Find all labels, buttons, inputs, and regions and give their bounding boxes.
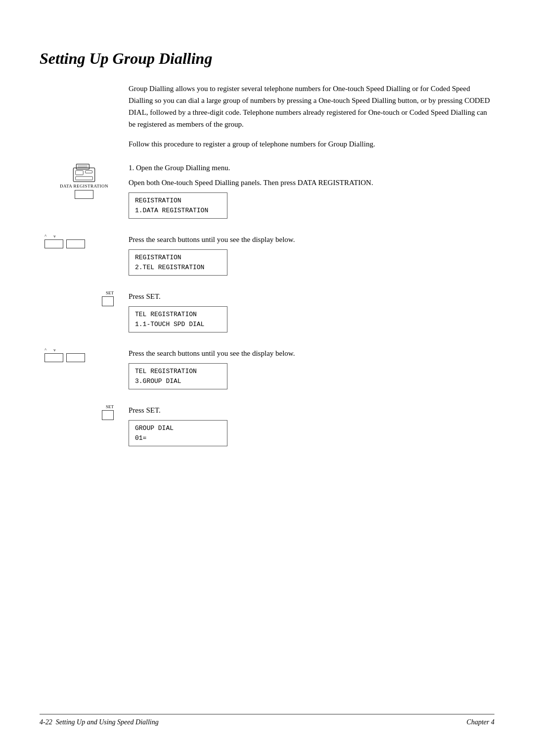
footer-section-title: Setting Up and Using Speed Dialling xyxy=(56,718,159,726)
lcd-display-5: GROUP DIAL 01= xyxy=(129,420,227,446)
press-search-2-text: Press the search buttons until you see t… xyxy=(129,347,494,359)
set-button-2 xyxy=(102,410,114,420)
svg-rect-6 xyxy=(76,177,93,180)
footer-right: Chapter 4 xyxy=(467,718,494,726)
device-label: DATA REGISTRATION xyxy=(60,184,108,189)
down-button-2 xyxy=(66,353,85,362)
set-button-wrap-1: SET xyxy=(40,290,129,306)
lcd-line-5b: 01= xyxy=(135,433,221,443)
page-title: Setting Up Group Dialling xyxy=(40,49,494,68)
arrow-labels-2: ^ v xyxy=(44,347,56,352)
lcd-line-2a: REGISTRATION xyxy=(135,253,221,263)
step-1-row: DATA REGISTRATION 1. Open the Group Dial… xyxy=(40,162,494,225)
intro-paragraph: Group Dialling allows you to register se… xyxy=(129,83,494,130)
lcd-display-2: REGISTRATION 2.TEL REGISTRATION xyxy=(129,249,227,276)
set-label-2: SET xyxy=(106,404,114,409)
set-step-1-right: Press SET. TEL REGISTRATION 1.1-TOUCH SP… xyxy=(129,290,494,338)
arrow-pair-1: ^ v xyxy=(40,234,129,248)
set-step-2-right: Press SET. GROUP DIAL 01= xyxy=(129,404,494,452)
arrow-labels-1: ^ v xyxy=(44,234,56,238)
search-step-1-right: Press the search buttons until you see t… xyxy=(129,234,494,282)
set-step-1-row: SET Press SET. TEL REGISTRATION 1.1-TOUC… xyxy=(40,290,494,338)
up-button-1 xyxy=(44,239,63,248)
lcd-line-4b: 3.GROUP DIAL xyxy=(135,377,221,386)
lcd-display-3: TEL REGISTRATION 1.1-TOUCH SPD DIAL xyxy=(129,306,227,332)
set-button-wrap-2: SET xyxy=(40,404,129,420)
press-search-1-text: Press the search buttons until you see t… xyxy=(129,234,494,245)
up-button-2 xyxy=(44,353,63,362)
lcd-line-3a: TEL REGISTRATION xyxy=(135,310,221,320)
svg-rect-5 xyxy=(86,171,92,173)
svg-rect-1 xyxy=(76,164,89,169)
arrow-buttons-1 xyxy=(44,239,85,248)
set-step-2-left: SET xyxy=(40,404,129,420)
footer-left: 4-22 Setting Up and Using Speed Dialling xyxy=(40,718,159,726)
lcd-line-5a: GROUP DIAL xyxy=(135,424,221,433)
lcd-line-3b: 1.1-TOUCH SPD DIAL xyxy=(135,320,221,330)
lcd-line-4a: TEL REGISTRATION xyxy=(135,367,221,377)
arrow-pair-2: ^ v xyxy=(40,347,129,362)
search-step-1-row: ^ v Press the search buttons until you s… xyxy=(40,234,494,282)
lcd-line-1b: 1.DATA REGISTRATION xyxy=(135,206,221,216)
step-1-right-col: 1. Open the Group Dialling menu. Open bo… xyxy=(129,162,494,225)
lcd-line-2b: 2.TEL REGISTRATION xyxy=(135,263,221,273)
lcd-display-4: TEL REGISTRATION 3.GROUP DIAL xyxy=(129,363,227,389)
step-1-subtext: Open both One-touch Speed Dialling panel… xyxy=(129,177,494,189)
step-1-text: Open the Group Dialling menu. xyxy=(136,164,230,172)
search-step-2-right: Press the search buttons until you see t… xyxy=(129,347,494,395)
arrow-buttons-2 xyxy=(44,353,85,362)
down-button-1 xyxy=(66,239,85,248)
step-1-number: 1. Open the Group Dialling menu. xyxy=(129,162,494,174)
search-step-2-row: ^ v Press the search buttons until you s… xyxy=(40,347,494,395)
search-step-1-left: ^ v xyxy=(40,234,129,248)
lcd-line-1a: REGISTRATION xyxy=(135,196,221,206)
set-label-1: SET xyxy=(106,290,114,295)
set-step-2-row: SET Press SET. GROUP DIAL 01= xyxy=(40,404,494,452)
press-set-2-text: Press SET. xyxy=(129,404,494,416)
fax-machine-icon xyxy=(71,162,97,184)
page-number: 4-22 xyxy=(40,718,52,726)
search-step-2-left: ^ v xyxy=(40,347,129,362)
set-button-1 xyxy=(102,296,114,306)
step-1-left-col: DATA REGISTRATION xyxy=(40,162,129,199)
set-step-1-left: SET xyxy=(40,290,129,306)
page-footer: 4-22 Setting Up and Using Speed Dialling… xyxy=(40,714,494,726)
svg-rect-4 xyxy=(76,171,84,175)
press-set-1-text: Press SET. xyxy=(129,290,494,302)
follow-text: Follow this procedure to register a grou… xyxy=(129,138,494,150)
lcd-display-1: REGISTRATION 1.DATA REGISTRATION xyxy=(129,192,227,219)
data-registration-button xyxy=(75,190,93,199)
